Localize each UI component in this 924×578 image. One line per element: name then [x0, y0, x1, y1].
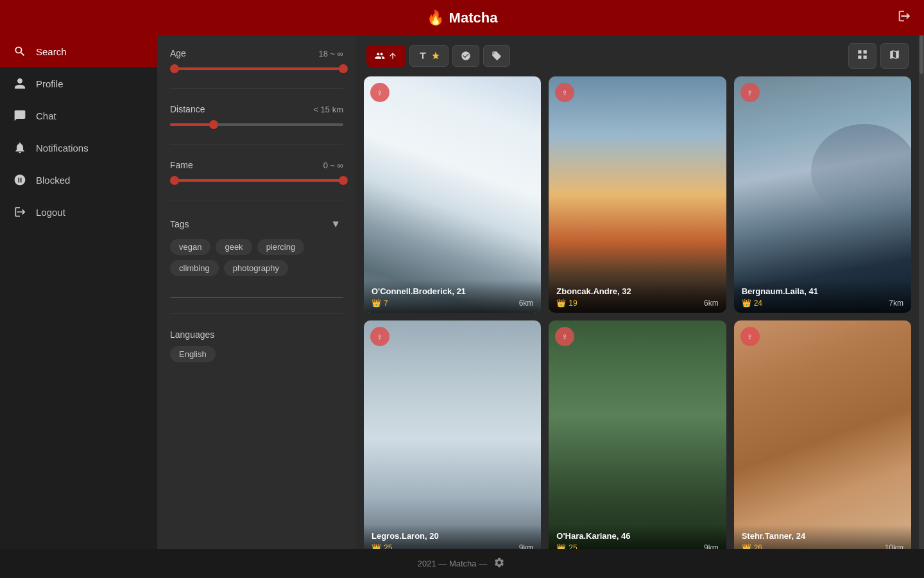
card-distance-6: 10km	[885, 543, 903, 549]
sidebar-item-chat[interactable]: Chat	[0, 100, 157, 132]
bell-icon	[13, 141, 27, 155]
card-meta-4: 👑 25 9km	[372, 543, 533, 549]
chat-icon	[13, 109, 27, 123]
sidebar-item-profile[interactable]: Profile	[0, 67, 157, 100]
fame-filter: Fame 0 ~ ∞	[170, 160, 343, 184]
card-meta-3: 👑 24 7km	[742, 299, 903, 308]
sidebar-item-logout[interactable]: Logout	[0, 196, 157, 228]
card-fame-1: 👑 7	[372, 299, 388, 308]
user-card-2[interactable]: ♀ Zboncak.Andre, 32 👑 19 6km	[549, 76, 726, 313]
card-distance-1: 6km	[519, 299, 534, 308]
sidebar: Search Profile Chat Notifications Blocke…	[0, 35, 157, 549]
tag-geek[interactable]: geek	[216, 239, 252, 255]
crown-icon-3: 👑	[742, 299, 751, 308]
card-distance-4: 9km	[519, 543, 534, 549]
age-slider-track[interactable]	[170, 67, 343, 70]
age-value: 18 ~ ∞	[318, 49, 343, 58]
user-card-5[interactable]: ♀ O'Hara.Kariane, 46 👑 25 9km	[549, 320, 726, 549]
card-fame-value-5: 25	[569, 543, 577, 549]
tag-piercing[interactable]: piercing	[257, 239, 305, 255]
fame-slider-track[interactable]	[170, 179, 343, 182]
scrollbar-thumb[interactable]	[920, 35, 923, 74]
card-fame-value-1: 7	[384, 299, 388, 308]
card-fame-5: 👑 25	[556, 543, 577, 549]
tag-climbing[interactable]: climbing	[170, 260, 219, 276]
user-card-3[interactable]: ♀ Bergnaum.Laila, 41 👑 24 7km	[734, 76, 911, 313]
app-footer: 2021 — Matcha —	[0, 549, 924, 578]
languages-filter: Languages English	[170, 329, 343, 362]
card-overlay-6: Stehr.Tanner, 24 👑 26 10km	[734, 525, 911, 549]
crown-icon-4: 👑	[372, 543, 381, 549]
distance-label: Distance	[170, 104, 205, 114]
footer-text: 2021 — Matcha —	[418, 559, 487, 568]
tags-label: Tags	[170, 219, 189, 229]
view-grid-button[interactable]	[848, 43, 877, 69]
sort-popularity-button[interactable]	[366, 45, 406, 67]
language-english[interactable]: English	[170, 346, 216, 362]
card-fame-4: 👑 25	[372, 543, 392, 549]
sidebar-item-search[interactable]: Search	[0, 35, 157, 67]
age-slider-min[interactable]	[170, 64, 179, 73]
footer-settings-button[interactable]	[492, 556, 506, 572]
fame-slider-min[interactable]	[170, 176, 179, 185]
card-distance-2: 6km	[704, 299, 719, 308]
card-overlay-3: Bergnaum.Laila, 41 👑 24 7km	[734, 280, 911, 313]
cards-grid-inner: ♀ O'Connell.Broderick, 21 👑 7 6km	[364, 76, 911, 549]
blocked-icon	[13, 173, 27, 187]
tags-filter: Tags ▼ vegan geek piercing climbing phot…	[170, 216, 343, 298]
user-card-1[interactable]: ♀ O'Connell.Broderick, 21 👑 7 6km	[364, 76, 541, 313]
right-scrollbar[interactable]	[919, 35, 924, 549]
search-icon	[13, 44, 27, 58]
sidebar-item-blocked[interactable]: Blocked	[0, 164, 157, 196]
card-fame-value-2: 19	[569, 299, 577, 308]
user-card-4[interactable]: ♀ Legros.Laron, 20 👑 25 9km	[364, 320, 541, 549]
distance-slider-handle[interactable]	[209, 120, 218, 129]
app-title: 🔥 Matcha	[427, 10, 498, 26]
age-slider-max[interactable]	[339, 64, 348, 73]
card-fame-2: 👑 19	[556, 299, 577, 308]
card-fame-3: 👑 24	[742, 299, 762, 308]
crown-icon-6: 👑	[742, 543, 751, 549]
main-layout: Search Profile Chat Notifications Blocke…	[0, 35, 924, 549]
cards-grid: ♀ O'Connell.Broderick, 21 👑 7 6km	[356, 76, 919, 549]
card-fame-value-3: 24	[754, 299, 762, 308]
card-overlay-4: Legros.Laron, 20 👑 25 9km	[364, 525, 541, 549]
card-meta-6: 👑 26 10km	[742, 543, 903, 549]
gender-badge-1: ♀	[370, 83, 389, 102]
crown-icon-1: 👑	[372, 299, 381, 308]
fame-slider-max[interactable]	[339, 176, 348, 185]
user-card-6[interactable]: ♀ Stehr.Tanner, 24 👑 26 10km	[734, 320, 911, 549]
fame-label: Fame	[170, 160, 193, 170]
gender-badge-6: ♀	[740, 327, 760, 346]
crown-icon-2: 👑	[556, 299, 566, 308]
tags-input[interactable]	[170, 283, 343, 298]
sidebar-item-chat-label: Chat	[36, 110, 56, 121]
view-map-button[interactable]	[880, 43, 909, 69]
card-meta-5: 👑 25 9km	[556, 543, 718, 549]
languages-label: Languages	[170, 329, 343, 340]
card-overlay-5: O'Hara.Kariane, 46 👑 25 9km	[549, 525, 726, 549]
card-overlay-2: Zboncak.Andre, 32 👑 19 6km	[549, 280, 726, 313]
flame-icon: 🔥	[427, 10, 444, 26]
age-filter: Age 18 ~ ∞	[170, 48, 343, 73]
crown-icon-5: 👑	[556, 543, 566, 549]
sidebar-item-notifications[interactable]: Notifications	[0, 132, 157, 164]
tag-vegan[interactable]: vegan	[170, 239, 210, 255]
sort-tags-button[interactable]	[483, 45, 510, 67]
card-name-2: Zboncak.Andre, 32	[556, 286, 718, 296]
header-logout-button[interactable]	[897, 9, 911, 26]
card-fame-value-4: 25	[384, 543, 392, 549]
fame-value: 0 ~ ∞	[323, 161, 343, 170]
tags-container: vegan geek piercing climbing photography	[170, 239, 343, 276]
age-label: Age	[170, 48, 186, 58]
sort-fame-button[interactable]	[409, 45, 449, 67]
tags-dropdown-button[interactable]: ▼	[328, 216, 343, 232]
tag-photography[interactable]: photography	[224, 260, 288, 276]
logout-icon	[13, 205, 27, 219]
sidebar-item-search-label: Search	[36, 46, 67, 57]
sidebar-item-notifications-label: Notifications	[36, 143, 89, 153]
sort-connections-button[interactable]	[452, 45, 479, 67]
distance-slider-track[interactable]	[170, 123, 343, 126]
content-area: ♀ O'Connell.Broderick, 21 👑 7 6km	[356, 35, 919, 549]
card-name-3: Bergnaum.Laila, 41	[742, 286, 903, 296]
